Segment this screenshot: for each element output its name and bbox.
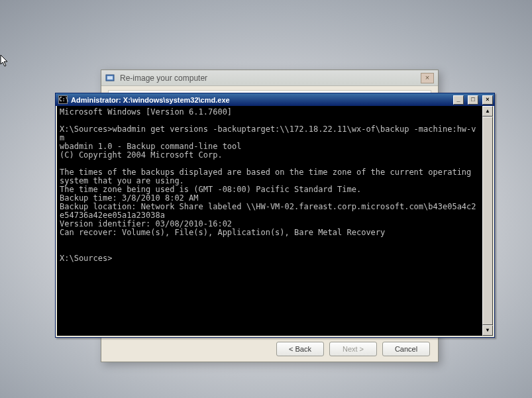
cmd-line: wbadmin 1.0 - Backup command-line tool [60,142,242,151]
cmd-title-text: Administrator: X:\windows\system32\cmd.e… [71,96,449,104]
cmd-line: Backup location: Network Share labeled \… [60,202,476,220]
cmd-window: C:\ Administrator: X:\windows\system32\c… [55,93,495,338]
scroll-up-button[interactable]: ▲ [482,106,493,117]
reimage-title-text: Re-image your computer [120,74,207,83]
desktop-background: Re-image your computer × < Back Next > C… [0,0,532,398]
scroll-thumb[interactable] [482,117,493,325]
cancel-button[interactable]: Cancel [382,342,430,356]
cmd-line: The time zone being used is (GMT -08:00)… [60,185,361,194]
scroll-track[interactable] [482,117,493,325]
cursor-icon [0,54,9,68]
scroll-down-button[interactable]: ▼ [482,325,493,336]
reimage-app-icon [105,74,116,83]
cmd-line: Can recover: Volume(s), File(s), Applica… [60,228,385,237]
cmd-line: X:\Sources> [60,254,112,263]
reimage-close-button[interactable]: × [421,73,434,83]
close-button[interactable]: × [482,95,493,105]
cmd-line: Microsoft Windows [Version 6.1.7600] [60,107,232,117]
cmd-titlebar[interactable]: C:\ Administrator: X:\windows\system32\c… [56,93,494,106]
back-button[interactable]: < Back [276,342,324,356]
cmd-scrollbar[interactable]: ▲ ▼ [482,106,493,336]
reimage-button-row: < Back Next > Cancel [276,342,430,356]
minimize-button[interactable]: _ [453,95,464,105]
cmd-line: (C) Copyright 2004 Microsoft Corp. [60,150,223,160]
cmd-output[interactable]: Microsoft Windows [Version 6.1.7600] X:\… [57,106,482,336]
reimage-titlebar[interactable]: Re-image your computer × [101,70,438,86]
cmd-line: X:\Sources>wbadmin get versions -backupt… [60,124,476,142]
cmd-client-area: Microsoft Windows [Version 6.1.7600] X:\… [57,106,493,336]
cmd-line: Backup time: 3/8/2010 8:02 AM [60,193,199,203]
svg-rect-1 [107,76,113,79]
cmd-line: Version identifier: 03/08/2010-16:02 [60,219,232,228]
maximize-button[interactable]: □ [468,95,478,105]
cmd-app-icon: C:\ [58,95,68,104]
next-button[interactable]: Next > [329,342,377,356]
cmd-line: The times of the backups displayed are b… [60,168,476,185]
